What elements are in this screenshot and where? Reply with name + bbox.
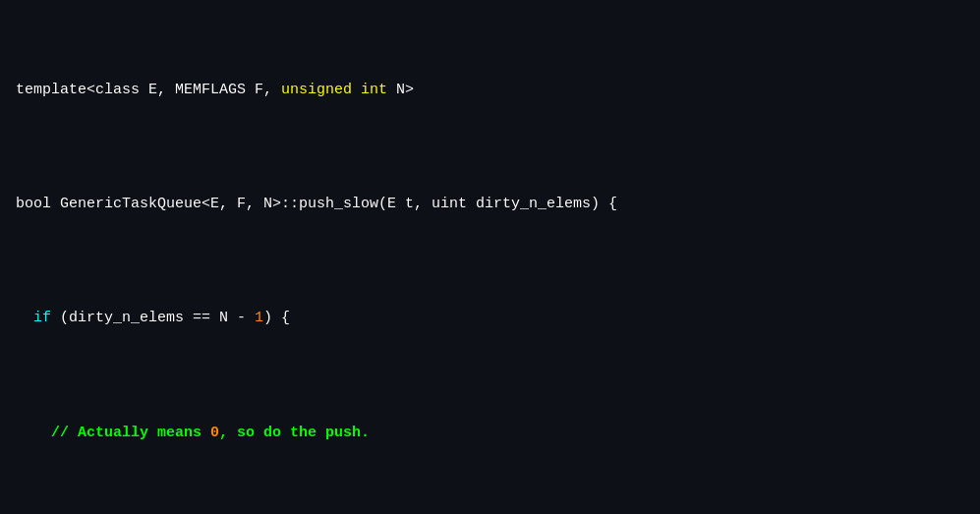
- code-line-2: bool GenericTaskQueue<E, F, N>::push_slo…: [16, 193, 964, 215]
- code-text: bool GenericTaskQueue<E, F, N>::push_slo…: [16, 196, 617, 212]
- code-text: [16, 310, 33, 326]
- code-line-1: template<class E, MEMFLAGS F, unsigned i…: [16, 79, 964, 101]
- code-number: 1: [255, 310, 263, 326]
- code-line-4: // Actually means 0, so do the push.: [16, 422, 964, 444]
- code-text: (dirty_n_elems == N -: [51, 310, 255, 326]
- code-line-3: if (dirty_n_elems == N - 1) {: [16, 307, 964, 329]
- code-comment: // Actually means: [16, 425, 210, 441]
- code-block: template<class E, MEMFLAGS F, unsigned i…: [0, 0, 980, 514]
- code-keyword: unsigned int: [281, 82, 387, 98]
- code-text: N>: [387, 82, 414, 98]
- code-text: template<class E, MEMFLAGS F,: [16, 82, 281, 98]
- code-keyword: if: [33, 310, 51, 326]
- code-text: ) {: [263, 310, 290, 326]
- code-comment: , so do the push.: [219, 425, 370, 441]
- code-number: 0: [210, 425, 219, 441]
